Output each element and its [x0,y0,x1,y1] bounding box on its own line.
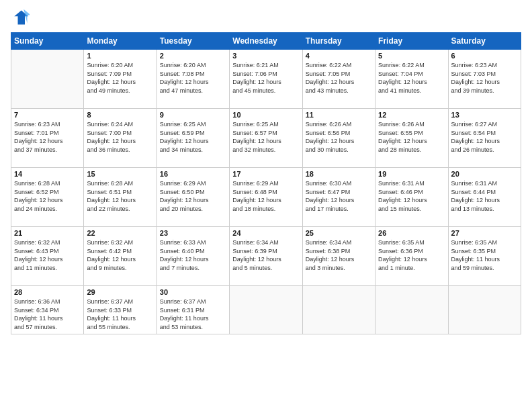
day-number: 21 [14,229,81,237]
day-info: Sunrise: 6:23 AM Sunset: 7:03 PM Dayligh… [451,61,518,95]
day-number: 16 [160,170,226,178]
day-number: 6 [451,52,518,60]
day-info: Sunrise: 6:25 AM Sunset: 6:57 PM Dayligh… [232,120,299,154]
calendar-table: SundayMondayTuesdayWednesdayThursdayFrid… [11,32,521,334]
calendar-cell: 17Sunrise: 6:29 AM Sunset: 6:48 PM Dayli… [230,168,302,227]
day-number: 27 [451,229,518,237]
weekday-header-monday: Monday [84,33,157,50]
logo-icon [11,8,30,27]
calendar-cell: 6Sunrise: 6:23 AM Sunset: 7:03 PM Daylig… [448,50,521,109]
weekday-header-thursday: Thursday [302,33,375,50]
calendar-cell: 29Sunrise: 6:37 AM Sunset: 6:33 PM Dayli… [84,286,157,334]
header [11,8,521,27]
day-number: 29 [87,288,153,296]
calendar-cell: 8Sunrise: 6:24 AM Sunset: 7:00 PM Daylig… [84,109,157,168]
day-number: 4 [306,52,372,60]
day-info: Sunrise: 6:37 AM Sunset: 6:33 PM Dayligh… [87,298,153,331]
calendar-cell [448,286,521,334]
day-number: 7 [14,111,81,119]
weekday-header-tuesday: Tuesday [157,33,229,50]
day-info: Sunrise: 6:31 AM Sunset: 6:44 PM Dayligh… [451,179,518,213]
day-info: Sunrise: 6:37 AM Sunset: 6:31 PM Dayligh… [160,298,226,331]
calendar-cell [302,286,375,334]
day-info: Sunrise: 6:20 AM Sunset: 7:08 PM Dayligh… [160,61,226,95]
calendar-cell: 19Sunrise: 6:31 AM Sunset: 6:46 PM Dayli… [375,168,448,227]
calendar-week-row: 28Sunrise: 6:36 AM Sunset: 6:34 PM Dayli… [11,286,521,334]
day-info: Sunrise: 6:34 AM Sunset: 6:38 PM Dayligh… [306,238,372,272]
day-number: 22 [87,229,153,237]
day-info: Sunrise: 6:36 AM Sunset: 6:34 PM Dayligh… [14,298,81,331]
logo [11,8,32,27]
day-number: 23 [160,229,226,237]
weekday-header-sunday: Sunday [11,33,84,50]
day-number: 13 [451,111,518,119]
day-info: Sunrise: 6:28 AM Sunset: 6:51 PM Dayligh… [87,179,153,213]
calendar-cell [230,286,302,334]
day-info: Sunrise: 6:21 AM Sunset: 7:06 PM Dayligh… [232,61,299,95]
day-info: Sunrise: 6:34 AM Sunset: 6:39 PM Dayligh… [232,238,299,272]
day-info: Sunrise: 6:26 AM Sunset: 6:55 PM Dayligh… [378,120,445,154]
day-number: 30 [160,288,226,296]
calendar-cell: 18Sunrise: 6:30 AM Sunset: 6:47 PM Dayli… [302,168,375,227]
day-number: 28 [14,288,81,296]
calendar-cell: 12Sunrise: 6:26 AM Sunset: 6:55 PM Dayli… [375,109,448,168]
calendar-cell [375,286,448,334]
day-info: Sunrise: 6:31 AM Sunset: 6:46 PM Dayligh… [378,179,445,213]
calendar-cell: 21Sunrise: 6:32 AM Sunset: 6:43 PM Dayli… [11,227,84,286]
day-info: Sunrise: 6:24 AM Sunset: 7:00 PM Dayligh… [87,120,153,154]
calendar-cell: 25Sunrise: 6:34 AM Sunset: 6:38 PM Dayli… [302,227,375,286]
calendar-cell: 13Sunrise: 6:27 AM Sunset: 6:54 PM Dayli… [448,109,521,168]
day-info: Sunrise: 6:35 AM Sunset: 6:35 PM Dayligh… [451,238,518,272]
day-info: Sunrise: 6:30 AM Sunset: 6:47 PM Dayligh… [306,179,372,213]
day-info: Sunrise: 6:26 AM Sunset: 6:56 PM Dayligh… [306,120,372,154]
day-info: Sunrise: 6:27 AM Sunset: 6:54 PM Dayligh… [451,120,518,154]
calendar-cell: 1Sunrise: 6:20 AM Sunset: 7:09 PM Daylig… [84,50,157,109]
calendar-cell: 24Sunrise: 6:34 AM Sunset: 6:39 PM Dayli… [230,227,302,286]
page-container: SundayMondayTuesdayWednesdayThursdayFrid… [0,0,532,411]
day-info: Sunrise: 6:35 AM Sunset: 6:36 PM Dayligh… [378,238,445,272]
day-number: 3 [232,52,299,60]
day-number: 10 [232,111,299,119]
calendar-cell: 27Sunrise: 6:35 AM Sunset: 6:35 PM Dayli… [448,227,521,286]
calendar-cell: 16Sunrise: 6:29 AM Sunset: 6:50 PM Dayli… [157,168,229,227]
day-number: 26 [378,229,445,237]
calendar-cell: 15Sunrise: 6:28 AM Sunset: 6:51 PM Dayli… [84,168,157,227]
calendar-cell: 7Sunrise: 6:23 AM Sunset: 7:01 PM Daylig… [11,109,84,168]
calendar-week-row: 1Sunrise: 6:20 AM Sunset: 7:09 PM Daylig… [11,50,521,109]
day-number: 12 [378,111,445,119]
day-number: 9 [160,111,226,119]
calendar-cell: 2Sunrise: 6:20 AM Sunset: 7:08 PM Daylig… [157,50,229,109]
calendar-cell: 23Sunrise: 6:33 AM Sunset: 6:40 PM Dayli… [157,227,229,286]
calendar-cell: 22Sunrise: 6:32 AM Sunset: 6:42 PM Dayli… [84,227,157,286]
calendar-cell: 10Sunrise: 6:25 AM Sunset: 6:57 PM Dayli… [230,109,302,168]
day-number: 25 [306,229,372,237]
weekday-header-wednesday: Wednesday [230,33,302,50]
day-number: 24 [232,229,299,237]
day-info: Sunrise: 6:32 AM Sunset: 6:42 PM Dayligh… [87,238,153,272]
calendar-cell: 26Sunrise: 6:35 AM Sunset: 6:36 PM Dayli… [375,227,448,286]
day-info: Sunrise: 6:28 AM Sunset: 6:52 PM Dayligh… [14,179,81,213]
day-number: 5 [378,52,445,60]
calendar-week-row: 7Sunrise: 6:23 AM Sunset: 7:01 PM Daylig… [11,109,521,168]
calendar-cell [11,50,84,109]
calendar-cell: 30Sunrise: 6:37 AM Sunset: 6:31 PM Dayli… [157,286,229,334]
day-info: Sunrise: 6:23 AM Sunset: 7:01 PM Dayligh… [14,120,81,154]
calendar-cell: 28Sunrise: 6:36 AM Sunset: 6:34 PM Dayli… [11,286,84,334]
day-number: 15 [87,170,153,178]
day-number: 1 [87,52,153,60]
calendar-cell: 20Sunrise: 6:31 AM Sunset: 6:44 PM Dayli… [448,168,521,227]
weekday-header-row: SundayMondayTuesdayWednesdayThursdayFrid… [11,33,521,50]
calendar-cell: 11Sunrise: 6:26 AM Sunset: 6:56 PM Dayli… [302,109,375,168]
day-info: Sunrise: 6:33 AM Sunset: 6:40 PM Dayligh… [160,238,226,272]
calendar-cell: 5Sunrise: 6:22 AM Sunset: 7:04 PM Daylig… [375,50,448,109]
calendar-cell: 4Sunrise: 6:22 AM Sunset: 7:05 PM Daylig… [302,50,375,109]
day-number: 19 [378,170,445,178]
weekday-header-saturday: Saturday [448,33,521,50]
day-number: 18 [306,170,372,178]
day-number: 2 [160,52,226,60]
calendar-cell: 14Sunrise: 6:28 AM Sunset: 6:52 PM Dayli… [11,168,84,227]
day-info: Sunrise: 6:32 AM Sunset: 6:43 PM Dayligh… [14,238,81,272]
weekday-header-friday: Friday [375,33,448,50]
day-info: Sunrise: 6:29 AM Sunset: 6:48 PM Dayligh… [232,179,299,213]
day-number: 14 [14,170,81,178]
